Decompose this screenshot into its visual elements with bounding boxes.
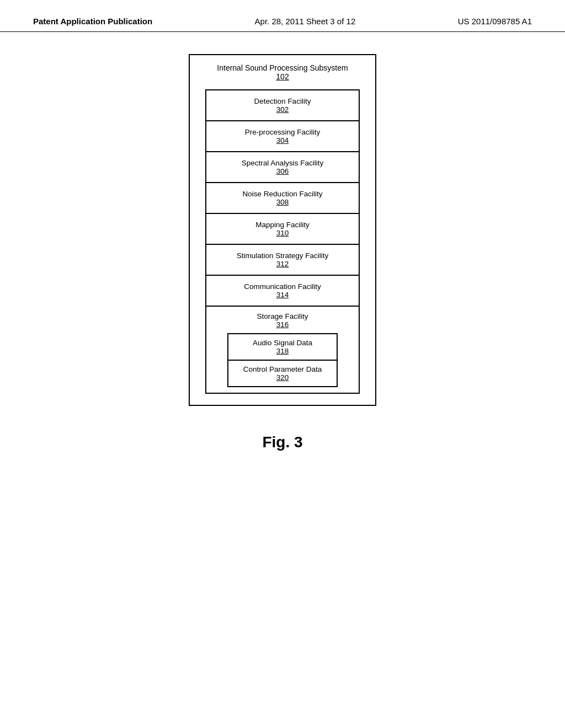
figure-caption: Fig. 3 — [262, 433, 302, 451]
facility-number-detection: 302 — [212, 105, 353, 114]
facility-box-communication: Communication Facility 314 — [205, 276, 360, 307]
facility-box-preprocessing: Pre-processing Facility 304 — [205, 121, 360, 152]
facility-box-detection: Detection Facility 302 — [205, 89, 360, 121]
subsystem-title: Internal Sound Processing Subsystem 102 — [214, 63, 350, 81]
facility-name-spectral: Spectral Analysis Facility — [212, 159, 353, 167]
storage-facility-title: Storage Facility 316 — [212, 312, 353, 329]
control-param-number: 320 — [231, 373, 334, 382]
facility-number-communication: 314 — [212, 291, 353, 299]
facility-name-preprocessing: Pre-processing Facility — [212, 128, 353, 136]
publication-label: Patent Application Publication — [33, 17, 152, 26]
patent-number: US 2011/098785 A1 — [458, 17, 532, 26]
facility-number-spectral: 306 — [212, 167, 353, 175]
facility-name-mapping: Mapping Facility — [212, 221, 353, 229]
diagram-area: Internal Sound Processing Subsystem 102 … — [0, 32, 565, 451]
facility-number-mapping: 310 — [212, 229, 353, 237]
date-sheet-info: Apr. 28, 2011 Sheet 3 of 12 — [255, 17, 356, 26]
facility-box-noise: Noise Reduction Facility 308 — [205, 183, 360, 214]
subsystem-title-number: 102 — [276, 72, 289, 81]
facility-name-detection: Detection Facility — [212, 97, 353, 105]
facility-number-preprocessing: 304 — [212, 136, 353, 144]
control-parameter-data-box: Control Parameter Data 320 — [227, 361, 338, 387]
control-param-name: Control Parameter Data — [231, 365, 334, 373]
audio-signal-number: 318 — [231, 347, 334, 355]
facility-name-noise: Noise Reduction Facility — [212, 190, 353, 198]
facility-name-communication: Communication Facility — [212, 282, 353, 291]
facility-box-stimulation: Stimulation Strategy Facility 312 — [205, 245, 360, 276]
page-header: Patent Application Publication Apr. 28, … — [0, 0, 565, 32]
audio-signal-data-box: Audio Signal Data 318 — [227, 333, 338, 361]
subsystem-title-line1: Internal Sound Processing Subsystem — [217, 63, 348, 72]
facility-number-noise: 308 — [212, 198, 353, 206]
facility-name-stimulation: Stimulation Strategy Facility — [212, 251, 353, 260]
storage-facility-container: Storage Facility 316 Audio Signal Data 3… — [205, 307, 360, 394]
facility-box-spectral: Spectral Analysis Facility 306 — [205, 152, 360, 183]
outer-subsystem-box: Internal Sound Processing Subsystem 102 … — [189, 54, 376, 406]
audio-signal-name: Audio Signal Data — [231, 339, 334, 347]
storage-facility-name: Storage Facility — [257, 312, 308, 320]
facility-number-stimulation: 312 — [212, 260, 353, 268]
storage-facility-number: 316 — [276, 320, 289, 329]
facility-box-mapping: Mapping Facility 310 — [205, 214, 360, 245]
